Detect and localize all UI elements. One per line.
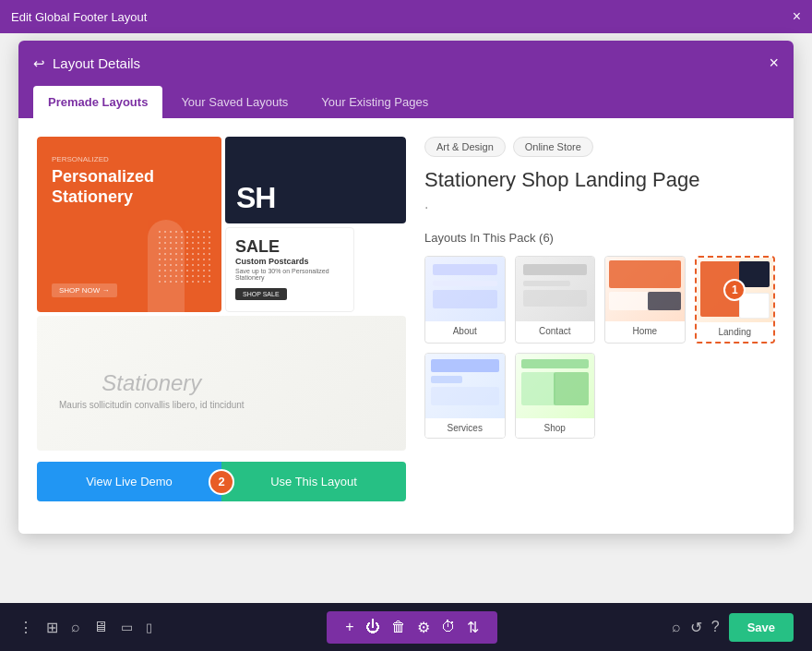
tab-premade-layouts[interactable]: Premade Layouts — [33, 86, 162, 118]
toolbar-sort-icon[interactable]: ⇅ — [467, 619, 479, 636]
preview-panel: Personalized Personalized Stationery SHO… — [37, 137, 406, 515]
tag-row: Art & Design Online Store — [424, 137, 775, 157]
layouts-grid-row1: About Contact — [424, 256, 775, 344]
pack-label: Layouts In This Pack (6) — [424, 231, 775, 245]
badge-1: 1 — [723, 279, 746, 301]
card-sale-title: SALE — [235, 237, 344, 257]
modal: ↩ Layout Details × Premade Layouts Your … — [18, 41, 794, 534]
layout-thumb-contact[interactable]: Contact — [515, 256, 596, 344]
top-bar-title: Edit Global Footer Layout — [11, 10, 147, 24]
toolbar-tablet-icon[interactable]: ▭ — [121, 620, 133, 634]
save-button[interactable]: Save — [729, 613, 794, 642]
layout-thumb-services[interactable]: Services — [424, 353, 506, 439]
preview-card-orange: Personalized Personalized Stationery SHO… — [37, 137, 221, 312]
layout-title: Stationery Shop Landing Page — [424, 168, 775, 192]
tag-art-design[interactable]: Art & Design — [424, 137, 506, 157]
thumb-contact-label: Contact — [516, 321, 595, 341]
preview-card-dark: SH — [225, 137, 406, 223]
toolbar-refresh-icon[interactable]: ↺ — [690, 619, 702, 636]
modal-close-button[interactable]: × — [769, 54, 779, 73]
thumb-about-img — [425, 257, 505, 321]
modal-header: ↩ Layout Details × — [18, 41, 794, 86]
view-demo-button[interactable]: View Live Demo — [37, 462, 221, 501]
preview-middle-section: Stationery Mauris sollicitudin convallis… — [37, 316, 406, 451]
card-orange-btn: SHOP NOW → — [52, 283, 117, 297]
toolbar-mobile-icon[interactable]: ▯ — [146, 621, 152, 634]
thumb-about-label: About — [425, 321, 505, 341]
modal-title: Layout Details — [53, 55, 140, 71]
layout-thumb-shop[interactable]: Shop — [515, 353, 596, 439]
empty-slot-1 — [604, 353, 686, 439]
action-buttons: View Live Demo Use This Layout 2 — [37, 462, 406, 501]
bottom-toolbar: ⋮ ⊞ ⌕ 🖥 ▭ ▯ + ⏻ 🗑 ⚙ ⏱ ⇅ ⌕ ↺ ? Save — [0, 603, 812, 651]
toolbar-add-icon[interactable]: + — [345, 619, 353, 635]
preview-middle-text: Stationery Mauris sollicitudin convallis… — [37, 352, 267, 428]
thumb-services-label: Services — [425, 418, 505, 438]
toolbar-dots-icon[interactable]: ⋮ — [18, 619, 33, 636]
preview-card-sale: SALE Custom Postcards Save up to 30% on … — [225, 227, 354, 312]
toolbar-right: ⌕ ↺ ? Save — [672, 613, 794, 642]
back-icon[interactable]: ↩ — [33, 55, 45, 72]
card-sale-subtitle: Custom Postcards — [235, 257, 344, 266]
layout-thumb-home[interactable]: Home — [604, 256, 686, 344]
toolbar-left: ⋮ ⊞ ⌕ 🖥 ▭ ▯ — [18, 619, 152, 636]
badge-2: 2 — [209, 469, 234, 495]
card-sale-desc: Save up to 30% on Personalized Stationer… — [235, 268, 344, 281]
toolbar-search-icon[interactable]: ⌕ — [71, 619, 80, 635]
toolbar-grid-icon[interactable]: ⊞ — [46, 619, 58, 636]
thumb-services-img — [425, 354, 505, 418]
toolbar-settings-icon[interactable]: ⚙ — [417, 619, 430, 636]
card-orange-label: Personalized — [52, 155, 207, 163]
layout-thumb-landing[interactable]: 1 Landing — [695, 256, 776, 344]
toolbar-power-icon[interactable]: ⏻ — [365, 619, 380, 635]
toolbar-help-icon[interactable]: ? — [711, 619, 720, 635]
top-bar-close-button[interactable]: × — [793, 9, 801, 24]
toolbar-center: + ⏻ 🗑 ⚙ ⏱ ⇅ — [327, 611, 496, 644]
preview-collage: Personalized Personalized Stationery SHO… — [37, 137, 406, 451]
thumb-home-img — [605, 257, 685, 321]
thumb-contact-img — [516, 257, 595, 321]
toolbar-desktop-icon[interactable]: 🖥 — [93, 619, 108, 635]
layout-thumb-about[interactable]: About — [424, 256, 506, 344]
thumb-shop-img — [516, 354, 595, 418]
top-bar: Edit Global Footer Layout × — [0, 0, 812, 33]
preview-middle-title: Stationery — [59, 370, 245, 396]
thumb-landing-img: 1 — [697, 258, 774, 322]
empty-slot-2 — [695, 353, 776, 439]
thumb-landing-label: Landing — [697, 322, 774, 342]
layouts-grid-row2: Services Shop — [424, 353, 775, 439]
info-panel: Art & Design Online Store Stationery Sho… — [424, 137, 775, 515]
card-sale-btn: SHOP SALE — [235, 288, 287, 300]
preview-middle-subtitle: Mauris sollicitudin convallis libero, id… — [59, 400, 245, 410]
layout-dot: · — [424, 199, 775, 216]
tab-saved-layouts[interactable]: Your Saved Layouts — [166, 86, 303, 118]
toolbar-zoom-icon[interactable]: ⌕ — [672, 619, 681, 635]
tag-online-store[interactable]: Online Store — [513, 137, 593, 157]
thumb-home-label: Home — [605, 321, 685, 341]
thumb-shop-label: Shop — [516, 418, 595, 438]
tab-existing-pages[interactable]: Your Existing Pages — [306, 86, 443, 118]
toolbar-trash-icon[interactable]: 🗑 — [391, 619, 406, 635]
content-area: Personalized Personalized Stationery SHO… — [18, 118, 794, 534]
tabs-bar: Premade Layouts Your Saved Layouts Your … — [18, 86, 794, 118]
toolbar-history-icon[interactable]: ⏱ — [441, 619, 456, 635]
modal-header-left: ↩ Layout Details — [33, 55, 140, 72]
use-layout-button[interactable]: Use This Layout — [221, 462, 406, 501]
preview-top-row: Personalized Personalized Stationery SHO… — [37, 137, 406, 312]
card-dark-title: SH — [236, 183, 395, 212]
